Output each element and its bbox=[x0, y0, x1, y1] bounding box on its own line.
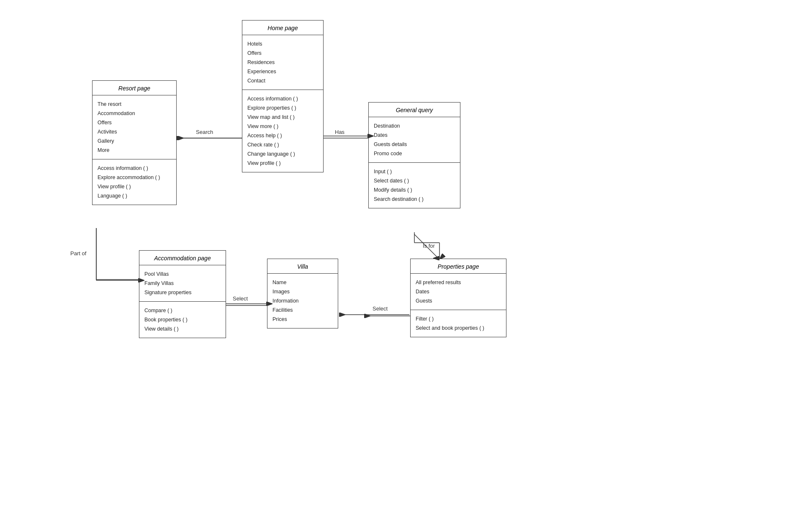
general-query-title: General query bbox=[369, 103, 460, 117]
homepage-access-info: Access information ( ) bbox=[247, 94, 318, 103]
homepage-title: Home page bbox=[242, 21, 323, 35]
properties-box: Properties page All preferred results Da… bbox=[410, 259, 506, 337]
gq-guests: Guests details bbox=[374, 140, 455, 149]
villa-section1: Name Images Information Facilities Price… bbox=[267, 274, 338, 328]
homepage-access-help: Access help ( ) bbox=[247, 131, 318, 140]
general-query-section2: Input ( ) Select dates ( ) Modify detail… bbox=[369, 163, 460, 208]
homepage-section1: Hotels Offers Residences Experiences Con… bbox=[242, 35, 323, 90]
accom-signature: Signature properties bbox=[144, 288, 221, 297]
homepage-item-5: Contact bbox=[247, 76, 318, 85]
general-query-box: General query Destination Dates Guests d… bbox=[368, 102, 460, 208]
villa-images: Images bbox=[272, 287, 333, 296]
prop-dates: Dates bbox=[416, 287, 501, 296]
villa-prices: Prices bbox=[272, 315, 333, 324]
arrows-svg bbox=[0, 0, 812, 508]
resort-section1: The resort Accommodation Offers Activite… bbox=[93, 95, 176, 159]
prop-all-results: All preferred results bbox=[416, 278, 501, 287]
accom-family-villas: Family Villas bbox=[144, 279, 221, 288]
resort-item-3: Offers bbox=[98, 118, 171, 127]
search-label: Search bbox=[196, 129, 213, 135]
resort-title: Resort page bbox=[93, 81, 176, 95]
is-for-label: Is for bbox=[423, 243, 435, 249]
accommodation-title: Accommodation page bbox=[139, 251, 226, 265]
resort-section2: Access information ( ) Explore accommoda… bbox=[93, 159, 176, 205]
resort-item-1: The resort bbox=[98, 100, 171, 109]
part-of-label: Part of bbox=[70, 250, 86, 257]
resort-item-6: More bbox=[98, 146, 171, 155]
accom-pool-villas: Pool Villas bbox=[144, 269, 221, 279]
select-accom-label: Select bbox=[233, 295, 248, 302]
villa-information: Information bbox=[272, 296, 333, 305]
resort-view-profile: View profile ( ) bbox=[98, 182, 171, 191]
properties-section1: All preferred results Dates Guests bbox=[411, 274, 506, 310]
prop-guests: Guests bbox=[416, 296, 501, 305]
has-label: Has bbox=[335, 129, 344, 135]
homepage-view-map: View map and list ( ) bbox=[247, 113, 318, 122]
resort-language: Language ( ) bbox=[98, 191, 171, 200]
general-query-section1: Destination Dates Guests details Promo c… bbox=[369, 117, 460, 163]
homepage-box: Home page Hotels Offers Residences Exper… bbox=[242, 20, 324, 172]
homepage-item-2: Offers bbox=[247, 49, 318, 58]
prop-filter: Filter ( ) bbox=[416, 314, 501, 323]
arrows-svg-2 bbox=[0, 0, 812, 508]
gq-dates: Dates bbox=[374, 131, 455, 140]
properties-section2: Filter ( ) Select and book properties ( … bbox=[411, 310, 506, 337]
resort-item-2: Accommodation bbox=[98, 109, 171, 118]
gq-input: Input ( ) bbox=[374, 167, 455, 176]
accom-book: Book properties ( ) bbox=[144, 315, 221, 324]
accommodation-section1: Pool Villas Family Villas Signature prop… bbox=[139, 265, 226, 302]
villa-box: Villa Name Images Information Facilities… bbox=[267, 259, 338, 328]
prop-select-book: Select and book properties ( ) bbox=[416, 323, 501, 333]
homepage-check-rate: Check rate ( ) bbox=[247, 140, 318, 149]
homepage-view-profile: View profile ( ) bbox=[247, 159, 318, 168]
resort-box: Resort page The resort Accommodation Off… bbox=[92, 80, 177, 205]
accommodation-section2: Compare ( ) Book properties ( ) View det… bbox=[139, 302, 226, 338]
homepage-section2: Access information ( ) Explore propertie… bbox=[242, 90, 323, 172]
homepage-explore: Explore properties ( ) bbox=[247, 103, 318, 113]
resort-explore-accom: Explore accommodation ( ) bbox=[98, 173, 171, 182]
diagram-container: Search Has Is for Part of Select Select … bbox=[0, 0, 812, 508]
villa-name: Name bbox=[272, 278, 333, 287]
homepage-item-4: Experiences bbox=[247, 67, 318, 76]
gq-destination: Destination bbox=[374, 121, 455, 131]
accom-compare: Compare ( ) bbox=[144, 306, 221, 315]
gq-select-dates: Select dates ( ) bbox=[374, 176, 455, 185]
resort-item-5: Gallery bbox=[98, 136, 171, 146]
villa-facilities: Facilities bbox=[272, 305, 333, 315]
accommodation-box: Accommodation page Pool Villas Family Vi… bbox=[139, 250, 226, 338]
gq-modify: Modify details ( ) bbox=[374, 185, 455, 195]
homepage-item-1: Hotels bbox=[247, 39, 318, 49]
properties-title: Properties page bbox=[411, 259, 506, 274]
gq-search-dest: Search destination ( ) bbox=[374, 195, 455, 204]
resort-access-info: Access information ( ) bbox=[98, 164, 171, 173]
homepage-view-more: View more ( ) bbox=[247, 122, 318, 131]
select-prop-label: Select bbox=[373, 305, 388, 312]
villa-title: Villa bbox=[267, 259, 338, 274]
gq-promo: Promo code bbox=[374, 149, 455, 158]
homepage-change-lang: Change language ( ) bbox=[247, 149, 318, 159]
resort-item-4: Activites bbox=[98, 127, 171, 136]
homepage-item-3: Residences bbox=[247, 58, 318, 67]
accom-view-details: View details ( ) bbox=[144, 324, 221, 334]
